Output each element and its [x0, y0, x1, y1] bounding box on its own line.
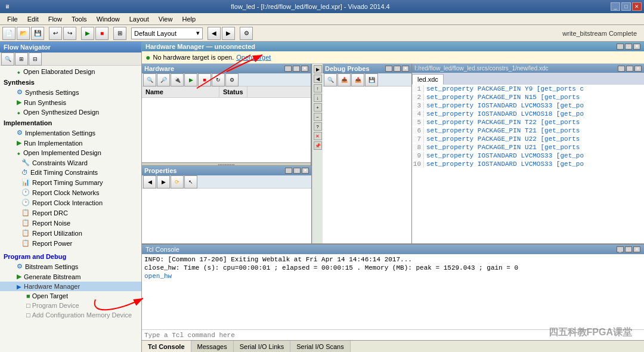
- minimize-button[interactable]: _: [611, 2, 620, 11]
- hw-panel-close[interactable]: ✕: [301, 66, 308, 72]
- nav-synthesis-settings[interactable]: ⚙ Synthesis Settings: [0, 87, 141, 97]
- props-forward[interactable]: ▶: [157, 175, 170, 189]
- dbg-search[interactable]: 🔍: [324, 73, 337, 87]
- hw-close[interactable]: ✕: [633, 44, 640, 50]
- toolbar-back[interactable]: ◀: [208, 27, 221, 40]
- tab-led-xdc[interactable]: led.xdc: [412, 74, 444, 85]
- side-btn-5[interactable]: +: [314, 103, 322, 112]
- nav-open-synthesized[interactable]: ⬥ Open Synthesized Design: [0, 107, 141, 117]
- nav-section-program-debug: Program and Debug: [0, 251, 141, 261]
- console-line: close_hw: Time (s): cpu=00:00:01 ; elaps…: [144, 264, 642, 272]
- props-minimize[interactable]: _: [285, 168, 292, 174]
- hw-zoom-in[interactable]: 🔍: [143, 73, 156, 87]
- side-btn-4[interactable]: ↓: [314, 94, 322, 102]
- menu-edit[interactable]: Edit: [23, 14, 44, 24]
- menu-window[interactable]: Window: [92, 14, 125, 24]
- hw-minimize[interactable]: _: [617, 44, 624, 50]
- side-btn-8[interactable]: ✕: [314, 132, 322, 140]
- nav-generate-bitstream[interactable]: ▶ Generate Bitstream: [0, 271, 141, 282]
- props-maximize[interactable]: □: [293, 168, 301, 174]
- console-minimize[interactable]: _: [617, 246, 624, 252]
- nav-expand[interactable]: ⊞: [15, 53, 28, 66]
- menu-view[interactable]: View: [154, 14, 178, 24]
- nav-program-device[interactable]: □ Program Device: [10, 301, 141, 310]
- nav-run-implementation[interactable]: ▶ Run Implementation: [0, 138, 141, 148]
- hw-panel-maximize[interactable]: □: [293, 66, 300, 72]
- nav-report-noise[interactable]: 📋 Report Noise: [5, 218, 141, 228]
- nav-run-synthesis[interactable]: ▶ Run Synthesis: [0, 97, 141, 107]
- menu-file[interactable]: File: [2, 14, 23, 24]
- nav-add-config-memory[interactable]: □ Add Configuration Memory Device: [10, 310, 141, 320]
- hw-zoom-out[interactable]: 🔎: [157, 73, 170, 87]
- hw-settings[interactable]: ⚙: [225, 73, 239, 87]
- menu-tools[interactable]: Tools: [67, 14, 92, 24]
- nav-open-implemented[interactable]: ⬥ Open Implemented Design: [0, 148, 141, 158]
- code-maximize[interactable]: □: [626, 66, 633, 72]
- dbg-minimize[interactable]: _: [385, 66, 392, 72]
- nav-constraints-wizard[interactable]: 🔧 Constraints Wizard: [5, 158, 141, 168]
- toolbar-zoom-fit[interactable]: ⊞: [113, 27, 126, 40]
- hw-play[interactable]: ▶: [184, 73, 197, 87]
- maximize-button[interactable]: □: [621, 2, 631, 11]
- console-close[interactable]: ✕: [633, 246, 640, 252]
- toolbar-open[interactable]: 📂: [17, 27, 30, 40]
- nav-report-power[interactable]: 📋 Report Power: [5, 238, 141, 248]
- console-tab-tcl-console[interactable]: Tcl Console: [142, 341, 191, 352]
- nav-search[interactable]: 🔍: [1, 53, 14, 66]
- console-tab-serial-i/o-links[interactable]: Serial I/O Links: [234, 341, 291, 352]
- menu-help[interactable]: Help: [177, 14, 200, 24]
- nav-open-target[interactable]: ■ Open Target: [10, 291, 141, 301]
- toolbar-save[interactable]: 💾: [31, 27, 44, 40]
- console-maximize[interactable]: □: [625, 246, 632, 252]
- nav-report-clock-interact[interactable]: 🕑 Report Clock Interaction: [5, 197, 141, 208]
- dbg-maximize[interactable]: □: [394, 66, 401, 72]
- dbg-import[interactable]: 📥: [338, 73, 351, 87]
- props-home[interactable]: ⟳: [171, 175, 184, 189]
- toolbar-undo[interactable]: ↩: [49, 27, 62, 40]
- dbg-export[interactable]: 📤: [351, 73, 364, 87]
- nav-hardware-manager[interactable]: ▶ Hardware Manager: [0, 282, 141, 291]
- hw-connect[interactable]: 🔌: [171, 73, 184, 87]
- toolbar-forward[interactable]: ▶: [222, 27, 235, 40]
- code-close[interactable]: ✕: [634, 66, 642, 72]
- close-button[interactable]: ✕: [632, 2, 642, 11]
- hw-panel-minimize[interactable]: _: [284, 66, 292, 72]
- toolbar-new[interactable]: 📄: [2, 27, 16, 40]
- side-btn-1[interactable]: ▶: [314, 65, 322, 73]
- nav-implementation-settings[interactable]: ⚙ Implementation Settings: [0, 128, 141, 138]
- console-tab-messages[interactable]: Messages: [191, 341, 234, 352]
- nav-open-elaborated[interactable]: ⬥ Open Elaborated Design: [0, 67, 141, 76]
- side-btn-2[interactable]: ◀: [314, 75, 322, 83]
- nav-edit-timing[interactable]: ⏱ Edit Timing Constraints: [5, 168, 141, 177]
- hw-maximize[interactable]: □: [625, 44, 632, 50]
- toolbar-redo[interactable]: ↪: [63, 27, 76, 40]
- props-back[interactable]: ◀: [143, 175, 156, 189]
- menu-layout[interactable]: Layout: [125, 14, 154, 24]
- console-tab-serial-i/o-scans[interactable]: Serial I/O Scans: [290, 341, 350, 352]
- nav-bitstream-settings[interactable]: ⚙ Bitstream Settings: [0, 261, 141, 271]
- toolbar-stop[interactable]: ■: [95, 27, 109, 40]
- console-input[interactable]: [144, 332, 642, 339]
- side-btn-9[interactable]: 📌: [314, 141, 322, 150]
- hw-stop[interactable]: ■: [198, 73, 211, 87]
- menu-flow[interactable]: Flow: [44, 14, 67, 24]
- nav-report-utilization[interactable]: 📋 Report Utilization: [5, 228, 141, 238]
- toolbar-run[interactable]: ▶: [81, 27, 94, 40]
- nav-collapse[interactable]: ⊟: [29, 53, 42, 66]
- hw-refresh[interactable]: ↻: [212, 73, 225, 87]
- toolbar-settings[interactable]: ⚙: [240, 27, 253, 40]
- side-btn-7[interactable]: ?: [314, 122, 322, 131]
- open-target-link[interactable]: Open target: [236, 54, 271, 61]
- dbg-close[interactable]: ✕: [402, 66, 409, 72]
- side-btn-3[interactable]: ↑: [314, 84, 322, 92]
- side-btn-6[interactable]: −: [314, 113, 322, 121]
- dbg-save[interactable]: 💾: [365, 73, 378, 87]
- nav-report-clock-nets[interactable]: 🕐 Report Clock Networks: [5, 187, 141, 197]
- props-cursor[interactable]: ↖: [184, 175, 197, 189]
- open-hw-command[interactable]: open_hw: [144, 273, 172, 280]
- code-minimize[interactable]: _: [618, 66, 625, 72]
- nav-report-drc[interactable]: 📋 Report DRC: [5, 208, 141, 218]
- props-close[interactable]: ✕: [302, 168, 309, 174]
- layout-dropdown[interactable]: Default Layout ▾: [131, 27, 203, 39]
- nav-report-timing[interactable]: 📊 Report Timing Summary: [5, 177, 141, 187]
